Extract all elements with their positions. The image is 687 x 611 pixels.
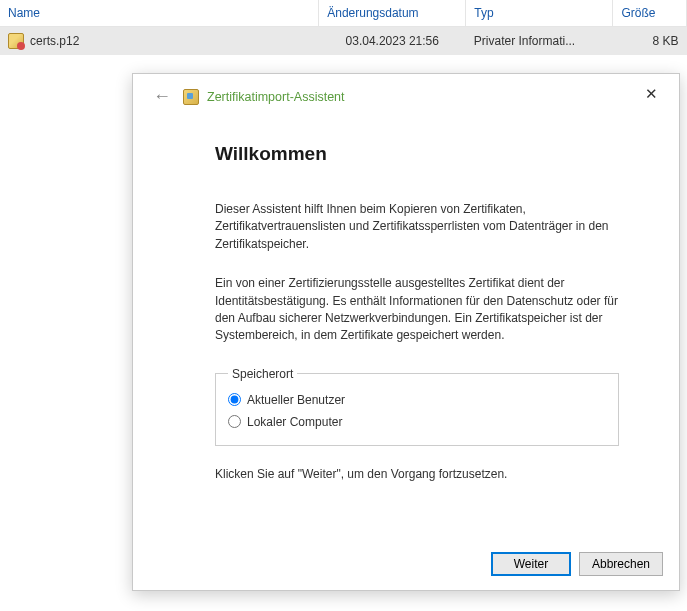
back-arrow-icon: ← bbox=[149, 86, 175, 107]
radio-current-user-label: Aktueller Benutzer bbox=[247, 393, 345, 407]
explain-paragraph: Ein von einer Zertifizierungsstelle ausg… bbox=[215, 275, 619, 345]
radio-local-computer[interactable]: Lokaler Computer bbox=[228, 411, 606, 433]
intro-paragraph: Dieser Assistent hilft Ihnen beim Kopier… bbox=[215, 201, 619, 253]
radio-local-computer-input[interactable] bbox=[228, 415, 241, 428]
radio-local-computer-label: Lokaler Computer bbox=[247, 415, 342, 429]
dialog-body: Willkommen Dieser Assistent hilft Ihnen … bbox=[133, 111, 679, 542]
column-header-type[interactable]: Typ bbox=[466, 0, 613, 27]
file-date: 03.04.2023 21:56 bbox=[319, 27, 466, 56]
column-header-date[interactable]: Änderungsdatum bbox=[319, 0, 466, 27]
close-button[interactable]: ✕ bbox=[631, 80, 671, 108]
dialog-footer: Weiter Abbrechen bbox=[133, 542, 679, 590]
file-name: certs.p12 bbox=[30, 34, 79, 48]
cancel-button[interactable]: Abbrechen bbox=[579, 552, 663, 576]
column-header-size[interactable]: Größe bbox=[613, 0, 687, 27]
dialog-title: Zertifikatimport-Assistent bbox=[207, 90, 345, 104]
close-icon: ✕ bbox=[645, 85, 658, 103]
continue-hint: Klicken Sie auf "Weiter", um den Vorgang… bbox=[215, 466, 619, 483]
wizard-icon bbox=[183, 89, 199, 105]
storage-location-legend: Speicherort bbox=[228, 367, 297, 381]
radio-current-user-input[interactable] bbox=[228, 393, 241, 406]
file-row[interactable]: certs.p12 03.04.2023 21:56 Privater Info… bbox=[0, 27, 687, 56]
column-header-name[interactable]: Name bbox=[0, 0, 319, 27]
dialog-header: ← Zertifikatimport-Assistent bbox=[133, 74, 679, 111]
certificate-file-icon bbox=[8, 33, 24, 49]
next-button[interactable]: Weiter bbox=[491, 552, 571, 576]
dialog-heading: Willkommen bbox=[215, 143, 619, 165]
storage-location-fieldset: Speicherort Aktueller Benutzer Lokaler C… bbox=[215, 367, 619, 446]
file-size: 8 KB bbox=[613, 27, 687, 56]
radio-current-user[interactable]: Aktueller Benutzer bbox=[228, 389, 606, 411]
file-list-table: Name Änderungsdatum Typ Größe certs.p12 … bbox=[0, 0, 687, 55]
file-type: Privater Informati... bbox=[466, 27, 613, 56]
certificate-import-wizard-dialog: ✕ ← Zertifikatimport-Assistent Willkomme… bbox=[132, 73, 680, 591]
